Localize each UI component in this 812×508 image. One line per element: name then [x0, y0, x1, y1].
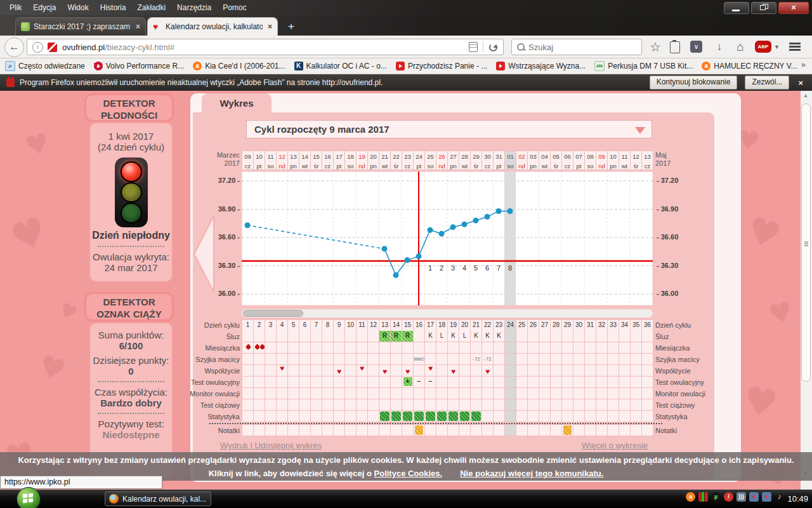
grid-cell[interactable]	[619, 377, 631, 388]
grid-cell[interactable]: ♥	[357, 365, 368, 377]
grid-cell[interactable]	[494, 411, 505, 422]
grid-cell[interactable]	[265, 399, 277, 411]
grid-cell[interactable]	[368, 342, 379, 354]
grid-cell[interactable]	[516, 425, 528, 436]
grid-cell[interactable]	[436, 388, 448, 399]
bookmarks-overflow-icon[interactable]: »	[801, 60, 806, 69]
grid-cell[interactable]	[299, 388, 311, 399]
grid-cell[interactable]: ♥	[425, 365, 436, 377]
grid-cell[interactable]	[265, 354, 277, 365]
info-icon[interactable]: i	[32, 42, 43, 53]
grid-cell[interactable]	[345, 354, 357, 365]
grid-cell[interactable]	[608, 411, 619, 422]
grid-cell[interactable]	[562, 331, 573, 342]
grid-cell[interactable]	[539, 399, 551, 411]
grid-cell[interactable]	[448, 399, 459, 411]
grid-cell[interactable]	[459, 399, 471, 411]
volume-icon[interactable]: ♪	[775, 492, 784, 502]
grid-cell[interactable]: K	[448, 331, 459, 342]
grid-cell[interactable]	[402, 411, 414, 422]
grid-cell[interactable]	[494, 425, 505, 436]
grid-cell[interactable]	[288, 342, 299, 354]
grid-cell[interactable]	[619, 425, 631, 436]
grid-cell[interactable]	[391, 388, 402, 399]
grid-cell[interactable]	[414, 425, 425, 436]
grid-cell[interactable]	[482, 342, 494, 354]
grid-cell[interactable]	[345, 388, 357, 399]
grid-cell[interactable]	[414, 388, 425, 399]
page-scrollbar-thumb[interactable]	[801, 104, 811, 382]
back-button[interactable]: ←	[4, 37, 24, 57]
grid-cell[interactable]	[448, 342, 459, 354]
cycle-select-dropdown[interactable]: Cykl rozpoczęty 9 marca 2017	[246, 120, 652, 138]
grid-cell[interactable]	[494, 377, 505, 388]
grid-cell[interactable]	[608, 354, 619, 365]
grid-cell[interactable]	[288, 354, 299, 365]
grid-cell[interactable]	[471, 399, 482, 411]
bookmark-8[interactable]: aHAMULEC RĘCZNY V...	[702, 62, 797, 70]
grid-cell[interactable]	[539, 425, 551, 436]
grid-cell[interactable]	[608, 342, 619, 354]
print-share-link[interactable]: Wydruk | Udostępnij wykres	[220, 441, 322, 450]
menu-widok[interactable]: Widok	[62, 1, 94, 15]
grid-cell[interactable]: WMO	[414, 354, 425, 365]
grid-cell[interactable]	[402, 399, 414, 411]
grid-cell[interactable]	[288, 377, 299, 388]
grid-cell[interactable]	[482, 425, 494, 436]
grid-cell[interactable]	[391, 411, 402, 422]
grid-cell[interactable]	[596, 388, 608, 399]
grid-cell[interactable]	[551, 365, 562, 377]
grid-cell[interactable]	[311, 425, 322, 436]
allow-button[interactable]: Zezwól...	[745, 76, 789, 90]
grid-cell[interactable]	[494, 365, 505, 377]
grid-cell[interactable]	[379, 342, 391, 354]
grid-cell[interactable]	[357, 411, 368, 422]
grid-cell[interactable]	[562, 411, 573, 422]
grid-cell[interactable]	[562, 388, 573, 399]
grid-cell[interactable]	[573, 411, 585, 422]
grid-cell[interactable]	[482, 377, 494, 388]
grid-cell[interactable]	[551, 354, 562, 365]
grid-cell[interactable]	[242, 331, 254, 342]
cookie-dismiss-link[interactable]: Nie pokazuj więcej tego komunikatu.	[460, 469, 603, 478]
grid-cell[interactable]	[516, 365, 528, 377]
grid-cell[interactable]: −	[414, 377, 425, 388]
grid-cell[interactable]	[425, 425, 436, 436]
equalizer-icon[interactable]	[698, 492, 708, 502]
page-scrollbar[interactable]: ▲ ▼	[801, 91, 812, 490]
grid-cell[interactable]: ♥	[277, 365, 288, 377]
grid-cell[interactable]	[585, 377, 596, 388]
grid-cell[interactable]	[459, 342, 471, 354]
grid-cell[interactable]	[277, 425, 288, 436]
grid-cell[interactable]	[402, 342, 414, 354]
grid-cell[interactable]	[311, 331, 322, 342]
grid-cell[interactable]	[494, 354, 505, 365]
grid-cell[interactable]	[642, 388, 653, 399]
grid-cell[interactable]	[277, 331, 288, 342]
grid-cell[interactable]	[471, 425, 482, 436]
grid-cell[interactable]	[265, 377, 277, 388]
bookmark-7[interactable]: olxPerkusja DM 7 USB Kit...	[594, 61, 693, 71]
bookmark-2[interactable]: VSVolvo Performance R...	[94, 62, 184, 70]
grid-cell[interactable]	[334, 388, 345, 399]
grid-cell[interactable]	[631, 388, 642, 399]
menu-plik[interactable]: Plik	[4, 1, 27, 15]
grid-cell[interactable]	[596, 399, 608, 411]
grid-cell[interactable]: ♥	[448, 365, 459, 377]
grid-cell[interactable]	[265, 342, 277, 354]
tab-2[interactable]: ♥Kalendarz owulacji, kalkulator...×	[147, 17, 278, 36]
grid-cell[interactable]	[379, 354, 391, 365]
grid-cell[interactable]	[619, 411, 631, 422]
grid-cell[interactable]	[299, 411, 311, 422]
grid-cell[interactable]	[448, 377, 459, 388]
grid-cell[interactable]	[368, 354, 379, 365]
grid-cell[interactable]	[322, 354, 334, 365]
grid-cell[interactable]	[242, 399, 254, 411]
grid-cell[interactable]	[265, 388, 277, 399]
grid-cell[interactable]	[642, 331, 653, 342]
grid-cell[interactable]	[459, 377, 471, 388]
grid-cell[interactable]	[242, 354, 254, 365]
search-input[interactable]	[527, 42, 641, 53]
grid-cell[interactable]	[631, 354, 642, 365]
grid-cell[interactable]	[322, 377, 334, 388]
